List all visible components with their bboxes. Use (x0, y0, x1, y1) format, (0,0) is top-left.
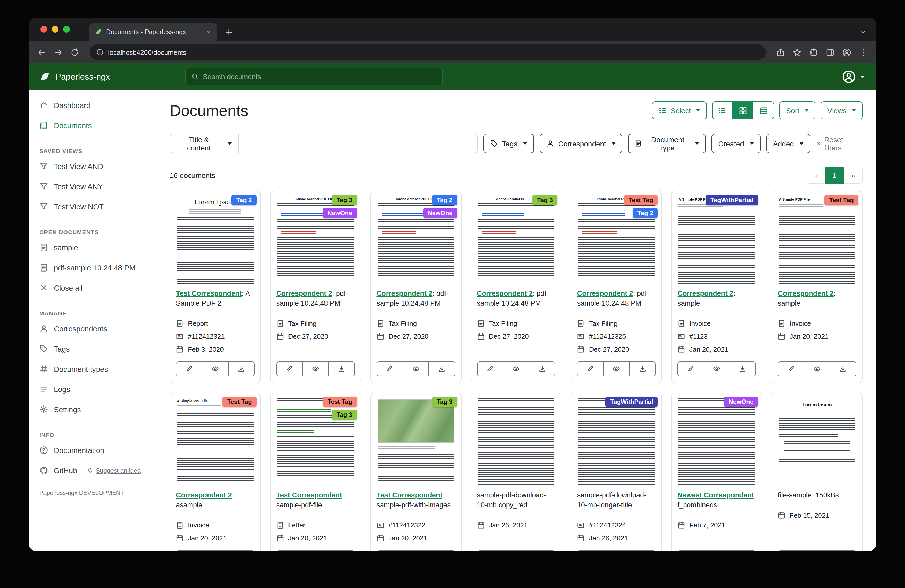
browser-menu-icon[interactable] (859, 48, 868, 57)
sidebar-item-documentation[interactable]: Documentation (29, 440, 156, 460)
preview-button[interactable] (704, 550, 730, 551)
filter-button-created[interactable]: Created (711, 134, 761, 153)
meta-document-type[interactable]: Tax Filing (577, 320, 656, 327)
sidebar-item-sample[interactable]: sample (29, 238, 156, 258)
preview-button[interactable] (403, 361, 429, 377)
extensions-icon[interactable] (809, 48, 818, 57)
meta-document-type[interactable]: Tax Filing (477, 320, 556, 327)
document-correspondent-link[interactable]: Test Correspondent (376, 491, 442, 499)
meta-asn[interactable]: #112412324 (577, 521, 656, 529)
filter-field-selector[interactable]: Title & content (170, 134, 238, 153)
reset-filters[interactable]: × Reset filters (816, 135, 862, 152)
document-correspondent-link[interactable]: Correspondent 2 (477, 290, 533, 297)
meta-asn[interactable]: #112412321 (176, 333, 255, 340)
document-correspondent-link[interactable]: Correspondent 2 (678, 290, 734, 297)
meta-created-date[interactable]: Jan 26, 2021 (577, 534, 656, 542)
preview-button[interactable] (403, 550, 429, 551)
document-correspondent-link[interactable]: Test Correspondent (276, 491, 342, 499)
meta-created-date[interactable]: Jan 26, 2021 (477, 521, 556, 529)
bookmark-star-icon[interactable] (793, 48, 802, 57)
document-correspondent-link[interactable]: Correspondent 2 (778, 290, 834, 297)
document-thumbnail[interactable] (371, 393, 461, 486)
sidebar-item-test-view-and[interactable]: Test View AND (29, 156, 156, 176)
side-panel-icon[interactable] (826, 48, 835, 57)
tag-chip[interactable]: NewOne (724, 397, 758, 407)
edit-button[interactable] (778, 550, 804, 551)
forward-button[interactable] (54, 48, 63, 57)
tag-chip[interactable]: Tag 2 (633, 208, 658, 218)
tag-chip[interactable]: TagWithPartial (706, 195, 758, 205)
meta-document-type[interactable]: Invoice (678, 320, 756, 327)
sidebar-item-test-view-not[interactable]: Test View NOT (29, 197, 156, 217)
tag-chip[interactable]: Test Tag (624, 195, 658, 205)
document-correspondent-link[interactable]: Correspondent 2 (176, 491, 232, 499)
document-thumbnail[interactable]: A Simple PDF File (772, 191, 862, 284)
edit-button[interactable] (477, 361, 503, 377)
filter-button-document-type[interactable]: Document type (629, 134, 706, 153)
document-thumbnail[interactable]: A Simple PDF File (170, 393, 260, 486)
download-button[interactable] (329, 550, 355, 551)
download-button[interactable] (529, 550, 556, 551)
reload-button[interactable] (70, 48, 79, 57)
filter-button-tags[interactable]: Tags (484, 134, 534, 153)
meta-document-type[interactable]: Tax Filing (376, 320, 455, 327)
download-button[interactable] (830, 361, 856, 377)
sidebar-item-document-types[interactable]: Document types (29, 359, 156, 379)
download-button[interactable] (229, 361, 255, 377)
edit-button[interactable] (276, 550, 303, 551)
preview-button[interactable] (303, 550, 329, 551)
pagination-next-button[interactable]: » (844, 166, 862, 184)
tag-chip[interactable]: Test Tag (824, 195, 859, 205)
new-tab-button[interactable] (225, 28, 233, 37)
document-thumbnail[interactable]: Lorem Ipsum (170, 191, 260, 284)
profile-avatar-icon[interactable] (842, 48, 851, 57)
download-button[interactable] (630, 550, 656, 551)
edit-button[interactable] (276, 361, 303, 377)
filter-query-input[interactable] (238, 134, 478, 153)
meta-created-date[interactable]: Dec 27, 2020 (376, 333, 455, 340)
download-button[interactable] (730, 361, 756, 377)
sidebar-item-correspondents[interactable]: Correspondents (29, 319, 156, 339)
meta-created-date[interactable]: Jan 20, 2021 (276, 534, 355, 542)
tag-chip[interactable]: NewOne (423, 208, 457, 218)
sidebar-item-settings[interactable]: Settings (29, 399, 156, 419)
tag-chip[interactable]: Test Tag (323, 397, 357, 407)
document-thumbnail[interactable] (672, 393, 762, 486)
download-button[interactable] (630, 361, 656, 377)
select-button[interactable]: Select (652, 101, 707, 119)
tab-search-chevron-icon[interactable] (859, 28, 867, 35)
meta-created-date[interactable]: Jan 20, 2021 (778, 333, 856, 340)
meta-created-date[interactable]: Feb 7, 2021 (678, 521, 756, 529)
sidebar-item-close-all[interactable]: Close all (29, 278, 156, 298)
download-button[interactable] (329, 361, 355, 377)
meta-created-date[interactable]: Jan 20, 2021 (678, 346, 756, 353)
tag-chip[interactable]: Tag 3 (332, 195, 357, 205)
filter-button-added[interactable]: Added (766, 134, 811, 153)
pagination-page-button[interactable]: 1 (825, 166, 844, 184)
download-button[interactable] (730, 550, 756, 551)
sidebar-item-test-view-any[interactable]: Test View ANY (29, 176, 156, 197)
tag-chip[interactable]: Tag 3 (432, 397, 457, 407)
document-thumbnail[interactable]: A Simple PDF File (672, 191, 762, 284)
tag-chip[interactable]: Tag 3 (532, 195, 557, 205)
meta-created-date[interactable]: Dec 27, 2020 (477, 333, 556, 340)
site-info-icon[interactable] (96, 49, 103, 56)
sidebar-item-github[interactable]: GitHubSuggest an idea (29, 460, 156, 480)
suggest-an-idea-link[interactable]: Suggest an idea (87, 467, 141, 474)
view-toggle-grid[interactable] (733, 101, 753, 119)
meta-document-type[interactable]: Letter (276, 521, 355, 529)
document-correspondent-link[interactable]: Newest Correspondent (678, 491, 754, 499)
preview-button[interactable] (503, 550, 530, 551)
view-toggle-list[interactable] (712, 101, 733, 119)
preview-button[interactable] (203, 550, 229, 551)
document-correspondent-link[interactable]: Correspondent 2 (276, 290, 332, 297)
user-menu[interactable] (842, 70, 865, 84)
preview-button[interactable] (503, 361, 530, 377)
edit-button[interactable] (376, 361, 403, 377)
preview-button[interactable] (603, 361, 630, 377)
edit-button[interactable] (678, 361, 704, 377)
edit-button[interactable] (678, 550, 704, 551)
edit-button[interactable] (176, 361, 203, 377)
sidebar-item-documents[interactable]: Documents (29, 115, 156, 135)
tag-chip[interactable]: Tag 3 (332, 410, 357, 420)
